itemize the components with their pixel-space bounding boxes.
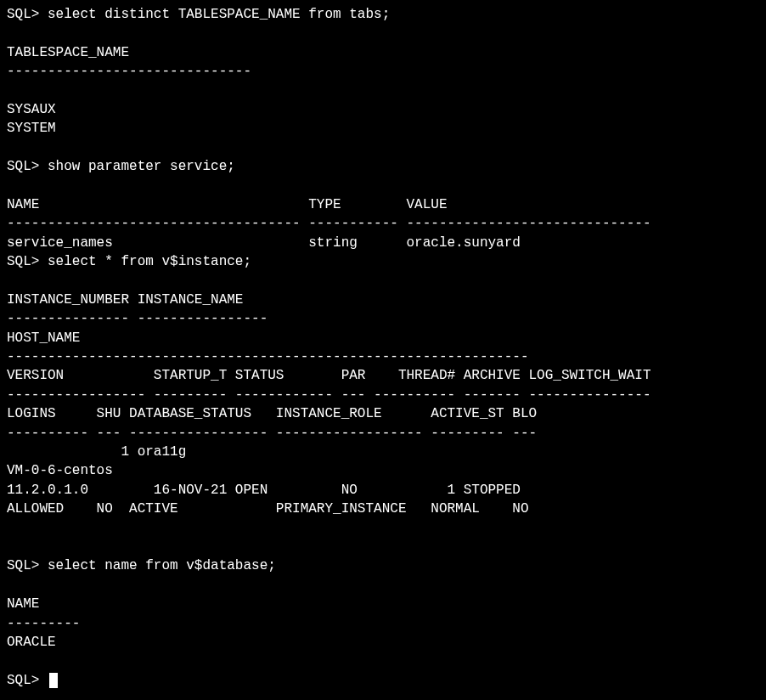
terminal-line: SQL> select * from v$instance;: [7, 254, 251, 269]
terminal-line: service_names string oracle.sunyard: [7, 235, 521, 251]
terminal-line: SQL> select name from v$database;: [7, 558, 276, 573]
terminal-output[interactable]: SQL> select distinct TABLESPACE_NAME fro…: [0, 0, 766, 695]
terminal-line: ----------------------------------------…: [7, 349, 529, 364]
terminal-line: SYSTEM: [7, 121, 56, 136]
terminal-line: ---------: [7, 616, 80, 631]
terminal-line: 1 ora11g: [7, 444, 186, 460]
terminal-line: SQL> show parameter service;: [7, 159, 235, 174]
terminal-line: INSTANCE_NUMBER INSTANCE_NAME: [7, 292, 243, 308]
sql-prompt: SQL>: [7, 673, 48, 688]
cursor-icon: [49, 673, 58, 688]
terminal-line: SQL> select distinct TABLESPACE_NAME fro…: [7, 7, 390, 22]
terminal-line: ALLOWED NO ACTIVE PRIMARY_INSTANCE NORMA…: [7, 501, 529, 517]
terminal-line: NAME TYPE VALUE: [7, 197, 447, 212]
terminal-line: ------------------------------------ ---…: [7, 216, 651, 231]
terminal-line: TABLESPACE_NAME: [7, 45, 129, 60]
terminal-line: ----------------- --------- ------------…: [7, 387, 651, 403]
terminal-line: VM-0-6-centos: [7, 463, 113, 478]
terminal-line: 11.2.0.1.0 16-NOV-21 OPEN NO 1 STOPPED: [7, 483, 521, 498]
terminal-prompt-line[interactable]: SQL>: [7, 673, 58, 688]
terminal-line: --------------- ----------------: [7, 311, 268, 326]
terminal-line: ORACLE: [7, 635, 56, 650]
terminal-line: LOGINS SHU DATABASE_STATUS INSTANCE_ROLE…: [7, 406, 537, 421]
terminal-line: HOST_NAME: [7, 330, 80, 346]
terminal-line: NAME: [7, 596, 39, 612]
terminal-line: ------------------------------: [7, 64, 251, 79]
terminal-line: SYSAUX: [7, 102, 56, 117]
terminal-line: VERSION STARTUP_T STATUS PAR THREAD# ARC…: [7, 368, 651, 383]
terminal-line: ---------- --- ----------------- -------…: [7, 426, 537, 441]
